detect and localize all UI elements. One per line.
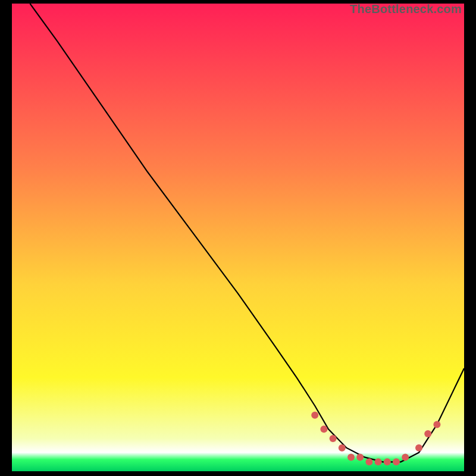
plot-area (12, 4, 464, 471)
svg-rect-0 (12, 4, 464, 471)
watermark-text: TheBottleneck.com (350, 2, 462, 16)
chart-background-gradient (12, 4, 464, 471)
chart-frame: TheBottleneck.com (0, 0, 476, 476)
